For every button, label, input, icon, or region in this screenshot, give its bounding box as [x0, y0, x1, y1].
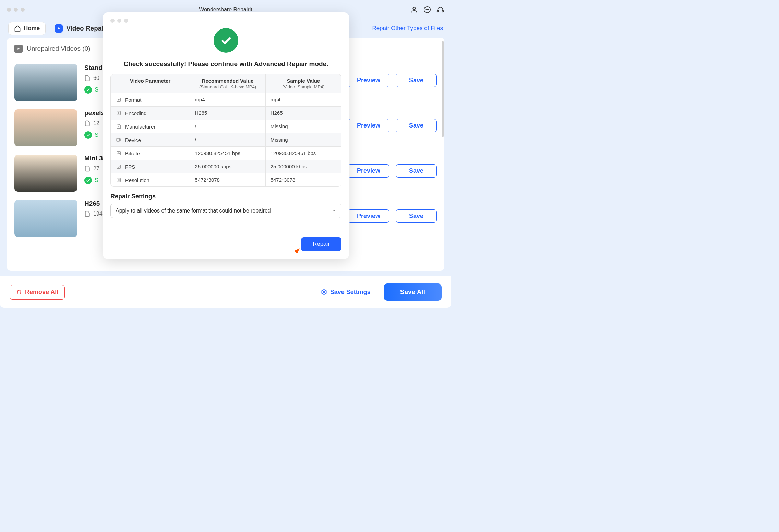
bottom-bar: Remove All Save Settings Save All: [0, 276, 451, 308]
svg-rect-6: [442, 10, 444, 12]
advanced-repair-modal: Check successfully! Please continue with…: [103, 12, 349, 259]
svg-point-0: [413, 7, 415, 10]
status-text: S: [95, 132, 98, 138]
bitrate-icon: [116, 150, 122, 156]
file-icon: [84, 211, 91, 217]
repair-settings-label: Repair Settings: [110, 193, 341, 200]
video-thumbnail[interactable]: [14, 200, 77, 237]
unrepaired-header-text: Unrepaired Videos (0): [27, 45, 91, 52]
app-title: Wondershare Repairit: [199, 7, 252, 13]
modal-minimize-button[interactable]: [117, 19, 121, 23]
preview-button[interactable]: Preview: [348, 164, 389, 178]
resolution-icon: [116, 177, 122, 183]
parameter-table: Video Parameter Recommended Value(Standa…: [110, 74, 341, 187]
encoding-icon: [116, 110, 122, 116]
trash-icon: [16, 289, 22, 295]
repair-settings-select[interactable]: Apply to all videos of the same format t…: [110, 204, 341, 218]
svg-rect-14: [117, 138, 120, 141]
file-size: 12.: [84, 120, 101, 126]
table-row: Encoding H265 H265: [111, 106, 341, 120]
col-sample: Sample Value(Video_Sample.MP4): [266, 74, 341, 93]
gear-icon: [321, 289, 327, 295]
col-recommended: Recommended Value(Standard Col...K-hevc.…: [190, 74, 265, 93]
chevron-down-icon: [332, 209, 336, 213]
repair-button-label: Repair: [313, 241, 330, 247]
check-icon: [84, 86, 92, 94]
table-row: FPS 25.000000 kbps 25.000000 kbps: [111, 160, 341, 173]
save-button[interactable]: Save: [396, 209, 437, 223]
chat-icon[interactable]: [423, 5, 431, 14]
modal-maximize-button[interactable]: [124, 19, 128, 23]
status-text: S: [95, 86, 98, 93]
cursor-annotation-icon: [294, 247, 301, 254]
support-icon[interactable]: [436, 5, 444, 14]
modal-close-button[interactable]: [110, 19, 115, 23]
video-thumbnail[interactable]: [14, 109, 77, 146]
format-icon: [116, 97, 122, 103]
file-size: 60: [84, 75, 99, 81]
check-icon: [84, 131, 92, 139]
manufacturer-icon: [116, 123, 122, 130]
preview-button[interactable]: Preview: [348, 209, 389, 223]
save-button[interactable]: Save: [396, 119, 437, 132]
preview-button[interactable]: Preview: [348, 74, 389, 87]
video-thumbnail[interactable]: [14, 64, 77, 101]
device-icon: [116, 137, 122, 143]
save-button[interactable]: Save: [396, 74, 437, 87]
user-icon[interactable]: [410, 5, 418, 14]
home-label: Home: [24, 25, 40, 32]
save-all-button[interactable]: Save All: [384, 283, 442, 301]
table-header-row: Video Parameter Recommended Value(Standa…: [111, 74, 341, 93]
modal-window-controls: [110, 19, 341, 23]
save-settings-label: Save Settings: [330, 289, 371, 296]
check-icon: [84, 177, 92, 184]
svg-point-10: [323, 291, 325, 293]
svg-rect-5: [437, 10, 439, 12]
col-parameter: Video Parameter: [111, 74, 190, 93]
tab-label: Video Repair: [66, 25, 106, 32]
preview-button[interactable]: Preview: [348, 119, 389, 132]
repair-other-link[interactable]: Repair Other Types of Files: [372, 25, 443, 32]
svg-point-3: [427, 9, 428, 10]
close-window-button[interactable]: [7, 8, 11, 12]
svg-rect-12: [117, 111, 121, 115]
table-row: Device / Missing: [111, 133, 341, 146]
table-row: Manufacturer / Missing: [111, 120, 341, 133]
file-icon: [84, 120, 91, 126]
file-size: 27: [84, 166, 99, 172]
save-button[interactable]: Save: [396, 164, 437, 178]
video-list-icon: [14, 45, 23, 53]
scrollbar[interactable]: [442, 41, 444, 137]
success-check-icon: [214, 28, 238, 53]
window-controls: [7, 8, 25, 12]
fps-icon: [116, 164, 122, 170]
video-repair-icon: [55, 24, 63, 33]
table-row: Resolution 5472*3078 5472*3078: [111, 173, 341, 186]
modal-headline: Check successfully! Please continue with…: [110, 60, 341, 68]
remove-all-button[interactable]: Remove All: [10, 285, 65, 300]
file-icon: [84, 75, 91, 81]
svg-point-4: [428, 9, 429, 10]
svg-rect-13: [117, 125, 121, 128]
minimize-window-button[interactable]: [14, 8, 18, 12]
table-row: Format mp4 mp4: [111, 93, 341, 106]
repair-select-value: Apply to all videos of the same format t…: [116, 208, 271, 214]
save-settings-button[interactable]: Save Settings: [314, 285, 377, 299]
video-thumbnail[interactable]: [14, 155, 77, 192]
repair-button[interactable]: Repair: [301, 237, 341, 251]
table-row: Bitrate 120930.825451 bps 120930.825451 …: [111, 146, 341, 160]
svg-point-2: [426, 9, 426, 10]
tab-video-repair[interactable]: Video Repair: [50, 22, 110, 35]
remove-all-label: Remove All: [25, 289, 58, 296]
file-icon: [84, 166, 91, 172]
home-icon: [14, 25, 21, 32]
home-button[interactable]: Home: [8, 22, 46, 35]
svg-rect-16: [117, 165, 121, 169]
maximize-window-button[interactable]: [21, 8, 25, 12]
status-text: S: [95, 177, 98, 184]
